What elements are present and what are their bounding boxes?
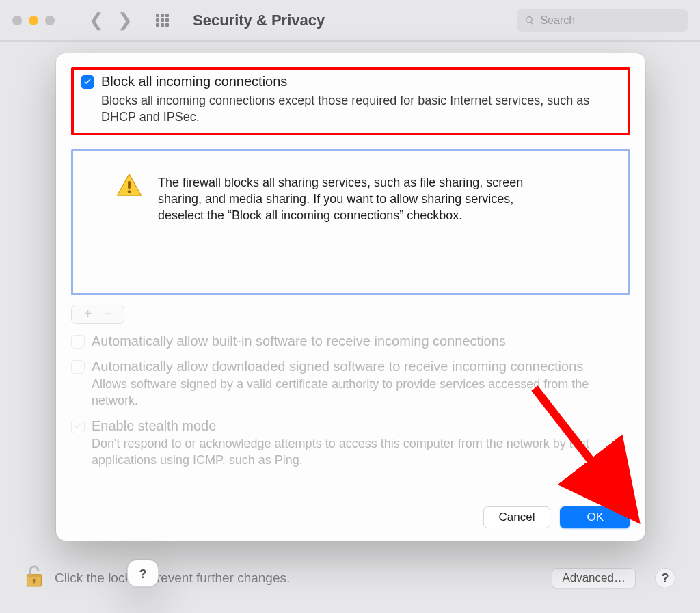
remove-app-button[interactable]: − <box>104 306 112 322</box>
stealth-desc: Don't respond to or acknowledge attempts… <box>92 435 630 469</box>
auto-builtin-row: Automatically allow built-in software to… <box>71 333 630 349</box>
warning-text: The firewall blocks all sharing services… <box>158 174 554 293</box>
auto-builtin-label: Automatically allow built-in software to… <box>92 333 506 349</box>
sheet-help-button[interactable]: ? <box>127 560 159 587</box>
show-all-icon[interactable] <box>156 14 170 27</box>
cancel-button[interactable]: Cancel <box>483 506 551 528</box>
sheet-footer: ? Cancel OK <box>71 506 630 528</box>
search-input[interactable] <box>540 14 679 27</box>
svg-rect-4 <box>128 180 131 188</box>
nav-arrows: ❮ ❯ <box>89 10 133 31</box>
forward-icon[interactable]: ❯ <box>118 10 133 31</box>
block-all-label: Block all incoming connections <box>101 74 287 90</box>
annotation-highlight-red: Block all incoming connections Blocks al… <box>71 67 630 135</box>
firewall-options-sheet: Block all incoming connections Blocks al… <box>56 53 645 541</box>
ok-button[interactable]: OK <box>560 506 630 528</box>
stealth-label: Enable stealth mode <box>92 418 216 434</box>
block-all-checkbox[interactable] <box>81 75 94 89</box>
lock-row: Click the lock to prevent further change… <box>0 562 700 594</box>
auto-signed-label: Automatically allow downloaded signed so… <box>92 359 583 374</box>
stealth-checkbox <box>71 420 85 433</box>
lock-text: Click the lock to prevent further change… <box>55 571 290 586</box>
stealth-row: Enable stealth mode Don't respond to or … <box>71 418 630 469</box>
advanced-button[interactable]: Advanced… <box>552 568 636 588</box>
svg-point-5 <box>128 190 131 193</box>
toolbar: ❮ ❯ Security & Privacy <box>0 0 700 41</box>
lock-open-icon[interactable] <box>25 564 44 592</box>
page-title: Security & Privacy <box>193 12 325 29</box>
window-controls <box>12 16 55 25</box>
minimize-window-dot[interactable] <box>29 16 38 25</box>
help-button[interactable]: ? <box>655 568 675 588</box>
svg-rect-1 <box>27 575 42 577</box>
zoom-window-dot[interactable] <box>45 16 55 25</box>
segment-divider <box>98 308 98 321</box>
auto-signed-checkbox <box>71 360 85 374</box>
add-app-button[interactable]: + <box>84 306 92 322</box>
auto-signed-row: Automatically allow downloaded signed so… <box>71 359 630 409</box>
block-all-desc: Blocks all incoming connections except t… <box>101 92 621 126</box>
auto-signed-desc: Allows software signed by a valid certif… <box>92 376 630 409</box>
warning-icon <box>116 172 143 293</box>
add-remove-segment: + − <box>71 305 124 324</box>
search-field[interactable] <box>517 9 688 32</box>
auto-builtin-checkbox <box>71 335 85 349</box>
firewall-app-list: The firewall blocks all sharing services… <box>71 149 630 295</box>
block-all-row[interactable]: Block all incoming connections <box>81 74 621 90</box>
close-window-dot[interactable] <box>12 16 22 25</box>
svg-rect-3 <box>33 580 35 584</box>
search-icon <box>525 15 535 26</box>
back-icon[interactable]: ❮ <box>89 10 104 31</box>
